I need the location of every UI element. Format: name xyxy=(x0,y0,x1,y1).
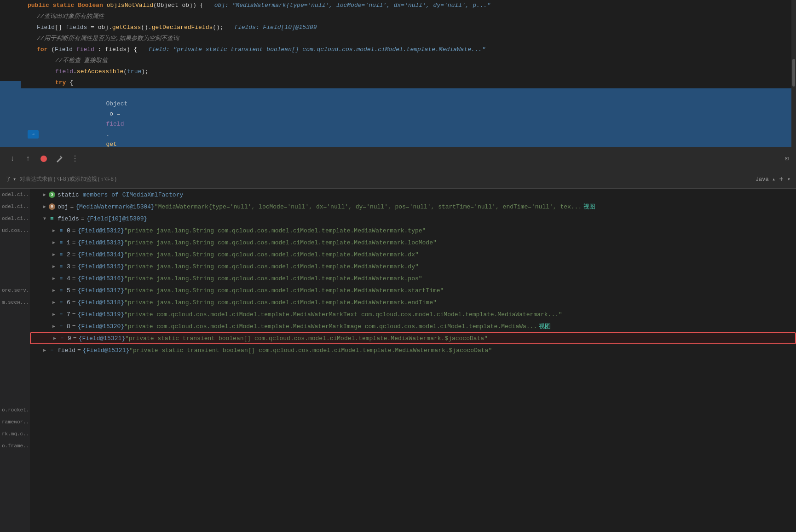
expand-field-0[interactable]: ▶ xyxy=(50,227,58,234)
left-label-4 xyxy=(0,237,30,249)
tree-item-field-3[interactable]: ▶ ≡ 3 = {Field@15315} "private java.lang… xyxy=(30,260,796,272)
expand-field-current[interactable]: ▶ xyxy=(41,347,48,354)
tree-item-field-5[interactable]: ▶ ≡ 5 = {Field@15317} "private java.lang… xyxy=(30,284,796,296)
left-label-2: odel.ci... xyxy=(0,213,30,225)
edit-icon[interactable] xyxy=(54,154,64,164)
tree-item-field-9[interactable]: ▶ ≡ 9 = {Field@15321} "private static tr… xyxy=(30,332,796,344)
expand-field-8[interactable]: ▶ xyxy=(50,323,58,330)
tree-item-field-7[interactable]: ▶ ≡ 7 = {Field@15319} "private com.qclou… xyxy=(30,308,796,320)
icon-obj: o xyxy=(48,203,56,210)
icon-field-7: ≡ xyxy=(58,311,65,318)
left-label-13 xyxy=(0,344,30,356)
tree-item-field-current[interactable]: ▶ ≡ field = {Field@15321} "private stati… xyxy=(30,344,796,356)
tree-item-static[interactable]: ▶ S static members of CIMediaXmlFactory xyxy=(30,189,796,201)
tree-item-obj[interactable]: ▶ o obj = {MediaWatermark@15304} "MediaW… xyxy=(30,201,796,213)
line-numbers xyxy=(0,0,25,101)
variables-tree: ▶ S static members of CIMediaXmlFactory … xyxy=(30,189,796,532)
more-icon[interactable]: ⋮ xyxy=(70,154,80,164)
icon-field-3: ≡ xyxy=(58,263,65,270)
left-label-19: ramewor... xyxy=(0,416,30,428)
obj-view-link[interactable]: 视图 xyxy=(583,202,595,211)
code-line-1: public static Boolean objIsNotValid (Obj… xyxy=(0,0,796,11)
left-label-8: ore.serv... xyxy=(0,284,30,296)
tree-item-field-0[interactable]: ▶ ≡ 0 = {Field@15312} "private java.lang… xyxy=(30,225,796,237)
left-label-0: odel.ci... xyxy=(0,189,30,201)
expand-panel-icon[interactable]: ⊡ xyxy=(785,155,789,162)
icon-static: S xyxy=(48,191,56,198)
expand-field-6[interactable]: ▶ xyxy=(50,299,58,306)
left-label-11 xyxy=(0,320,30,332)
left-label-10 xyxy=(0,308,30,320)
stop-icon[interactable] xyxy=(39,154,49,164)
code-line-8: try { xyxy=(0,77,796,88)
code-editor: public static Boolean objIsNotValid (Obj… xyxy=(0,0,796,147)
debug-toolbar: ↓ ↑ ⋮ ⊡ xyxy=(0,147,796,170)
tree-item-field-8[interactable]: ▶ ≡ 8 = {Field@15320} "private com.qclou… xyxy=(30,320,796,332)
expression-right: Java ▴ + ▾ xyxy=(756,175,790,184)
variables-panel: odel.ci... odel.ci... odel.ci... ud.cos.… xyxy=(0,189,796,532)
scrollbar-thumb[interactable] xyxy=(792,59,795,87)
left-label-17 xyxy=(0,392,30,404)
left-label-6 xyxy=(0,260,30,272)
left-label-14 xyxy=(0,356,30,368)
icon-field-6: ≡ xyxy=(58,299,65,306)
left-label-7 xyxy=(0,272,30,284)
expr-dropdown-icon[interactable]: ▾ xyxy=(787,176,790,183)
expand-field-4[interactable]: ▶ xyxy=(50,275,58,282)
expression-input[interactable] xyxy=(20,176,752,183)
expand-fields[interactable]: ▼ xyxy=(41,215,48,222)
left-label-16 xyxy=(0,380,30,392)
field-8-view-link[interactable]: 视图 xyxy=(539,322,551,330)
left-label-18: o.rocket... xyxy=(0,404,30,416)
left-labels: odel.ci... odel.ci... odel.ci... ud.cos.… xyxy=(0,189,30,532)
code-line-3: Field [] fields = obj. getClass (). getD… xyxy=(0,22,796,33)
icon-field-9: ≡ xyxy=(58,335,66,342)
left-label-15 xyxy=(0,368,30,380)
expand-field-3[interactable]: ▶ xyxy=(50,263,58,270)
download-icon[interactable]: ↓ xyxy=(7,154,17,164)
icon-field-4: ≡ xyxy=(58,275,65,282)
left-label-3: ud.cos.... xyxy=(0,225,30,237)
code-line-4: //用于判断所有属性是否为空,如果参数为空则不查询 xyxy=(0,33,796,44)
tree-item-field-1[interactable]: ▶ ≡ 1 = {Field@15313} "private java.lang… xyxy=(30,237,796,249)
code-line-7: field . setAccessible ( true ); xyxy=(0,66,796,77)
scrollbar-v[interactable] xyxy=(791,0,796,147)
tree-item-field-6[interactable]: ▶ ≡ 6 = {Field@15318} "private java.lang… xyxy=(30,296,796,308)
icon-field-0: ≡ xyxy=(58,227,65,234)
expand-field-2[interactable]: ▶ xyxy=(50,251,58,258)
left-label-12 xyxy=(0,332,30,344)
expand-field-5[interactable]: ▶ xyxy=(50,287,58,294)
expand-field-9[interactable]: ▶ xyxy=(51,335,58,342)
language-selector[interactable]: Java ▴ xyxy=(756,176,775,183)
left-label-20: rk.mq.c... xyxy=(0,428,30,440)
icon-field-5: ≡ xyxy=(58,287,65,294)
tree-item-fields[interactable]: ▼ ≡ fields = {Field[10]@15309} xyxy=(30,213,796,225)
icon-field-1: ≡ xyxy=(58,239,65,246)
upload-icon[interactable]: ↑ xyxy=(23,154,33,164)
left-label-1: odel.ci... xyxy=(0,201,30,213)
code-line-2: //查询出对象所有的属性 xyxy=(0,11,796,22)
left-label-21: o.frame... xyxy=(0,440,30,452)
icon-field-2: ≡ xyxy=(58,251,65,258)
icon-field-8: ≡ xyxy=(58,323,65,330)
icon-field-current: ≡ xyxy=(48,347,56,354)
code-line-9: → Object o = field . get (obj); field: "… xyxy=(0,88,796,147)
tree-item-field-4[interactable]: ▶ ≡ 4 = {Field@15316} "private java.lang… xyxy=(30,272,796,284)
code-line-5: for ( Field field : fields) { field: "pr… xyxy=(0,44,796,55)
expand-static[interactable]: ▶ xyxy=(41,191,48,198)
expression-dropdown[interactable]: 了 ▾ xyxy=(6,175,16,183)
tree-item-field-2[interactable]: ▶ ≡ 2 = {Field@15314} "private java.lang… xyxy=(30,249,796,260)
expand-obj[interactable]: ▶ xyxy=(41,203,48,210)
expand-field-7[interactable]: ▶ xyxy=(50,311,58,318)
code-line-6: //不检查 直接取值 xyxy=(0,55,796,66)
add-watch-icon[interactable]: + xyxy=(779,175,784,184)
icon-fields: ≡ xyxy=(48,215,56,222)
svg-point-0 xyxy=(40,156,47,162)
expand-field-1[interactable]: ▶ xyxy=(50,239,58,246)
left-label-5 xyxy=(0,249,30,260)
expression-bar: 了 ▾ Java ▴ + ▾ xyxy=(0,170,796,189)
left-label-9: m.seew... xyxy=(0,296,30,308)
